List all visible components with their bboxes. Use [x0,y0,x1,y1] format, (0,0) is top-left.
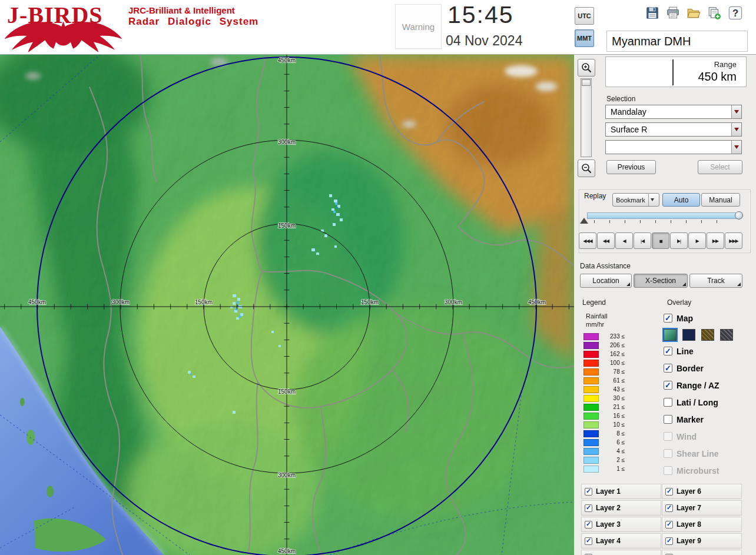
replay-slider[interactable] [587,211,741,225]
map-style-dark-blue[interactable] [682,329,695,341]
checkbox[interactable] [664,381,672,390]
legend-swatch [583,333,599,340]
legend-row: 21 ≤ [583,403,625,411]
checkbox[interactable] [664,347,672,355]
checkbox[interactable] [665,504,673,512]
zoom-slider[interactable] [581,78,592,157]
site-dropdown-button[interactable] [731,105,741,118]
slider-handle[interactable] [735,211,743,220]
layer-row[interactable]: Layer 6 [662,484,742,499]
legend-row: 6 ≤ [583,438,625,447]
transport-step-forward-button[interactable]: ▶| [670,232,688,249]
checkbox[interactable] [664,364,672,373]
slider-track[interactable] [587,212,741,219]
transport-step-back-button[interactable]: |◀ [634,232,651,249]
legend-row: 43 ≤ [583,385,625,394]
overlay-row-border[interactable]: Border [664,360,752,377]
overlay-row-lati-long[interactable]: Lati / Long [664,394,752,411]
svg-text:150km: 150km [361,299,379,305]
export-button[interactable] [705,4,724,22]
replay-manual-button[interactable]: Manual [701,193,740,207]
legend-value: 6 ≤ [599,439,625,446]
legend-swatch [583,351,599,358]
x-section-button-label: X-Section [645,277,676,285]
station-name: Myanmar DMH [606,31,748,52]
replay-auto-button[interactable]: Auto [662,193,700,207]
legend-row: 4 ≤ [583,447,625,456]
selection-label: Selection [606,95,635,103]
legend-value: 61 ≤ [599,377,625,384]
transport-play-back-button[interactable]: ◀ [615,232,633,249]
zoom-out-button[interactable] [578,159,595,177]
legend-row: 61 ≤ [583,376,625,385]
utc-button[interactable]: UTC [575,7,594,25]
checkbox[interactable] [585,521,592,529]
layer-row[interactable]: Layer 3 [581,517,661,532]
transport-play-button[interactable]: ▶ [688,232,706,249]
select-button[interactable]: Select [698,160,742,174]
transport-rewind-fast-button[interactable]: ◀◀◀ [579,232,596,249]
layer-row-partial[interactable] [662,550,742,555]
legend-label: Legend [582,298,606,307]
checkbox[interactable] [585,504,592,512]
layer-row[interactable]: Layer 7 [662,500,742,516]
zoom-in-button[interactable] [578,59,595,77]
checkbox[interactable] [664,415,672,424]
option-dropdown[interactable] [605,140,742,154]
warning-button[interactable]: Warning [395,4,442,49]
legend-value: 8 ≤ [599,430,625,437]
chevron-down-icon [734,110,739,114]
slider-position-marker[interactable] [580,218,588,224]
save-button[interactable] [643,4,662,22]
legend-value: 21 ≤ [599,404,625,410]
bookmark-button[interactable]: Bookmark [612,193,659,207]
overlay-row-marker[interactable]: Marker [664,411,752,428]
radar-map[interactable]: 450km 300km 150km 150km 300km 450km 450k… [0,55,574,555]
location-button[interactable]: Location [580,274,632,288]
x-section-button[interactable]: X-Section [634,274,688,288]
site-dropdown[interactable]: Mandalay [605,105,742,119]
transport-stop-button[interactable]: ■ [652,232,669,249]
svg-text:150km: 150km [278,222,296,229]
help-button[interactable]: ? [726,4,745,22]
previous-button[interactable]: Previous [606,160,656,174]
transport-forward-fast-button[interactable]: ▶▶▶ [725,232,742,249]
map-style-gray[interactable] [720,329,733,341]
checkbox[interactable] [664,314,672,323]
checkbox[interactable] [585,537,592,545]
logo-subtitle-1: JRC-Brilliant & Intelligent [128,5,235,15]
print-button[interactable] [664,4,682,22]
layer-label: Layer 8 [677,520,701,529]
transport-rewind-button[interactable]: ◀◀ [597,232,615,249]
map-style-terrain[interactable] [664,329,677,341]
product-dropdown[interactable]: Surface R [605,122,742,137]
bookmark-dropdown-arrow[interactable] [648,194,656,206]
layer-row[interactable]: Layer 4 [581,533,661,549]
map-style-olive[interactable] [701,329,714,341]
checkbox[interactable] [665,537,673,545]
layer-row[interactable]: Layer 2 [581,500,661,516]
overlay-row-line[interactable]: Line [664,343,752,360]
radar-map-canvas[interactable]: 450km 300km 150km 150km 300km 450km 450k… [0,55,574,555]
zoom-slider-thumb[interactable] [582,79,591,86]
legend-row: 100 ≤ [583,358,625,367]
transport-forward-button[interactable]: ▶▶ [707,232,724,249]
track-button[interactable]: Track [689,274,742,288]
checkbox[interactable] [665,488,673,496]
checkbox[interactable] [665,521,673,529]
legend-row: 206 ≤ [583,341,625,350]
layer-row-partial[interactable] [581,550,661,555]
layer-row[interactable]: Layer 8 [662,517,742,532]
checkbox[interactable] [585,488,592,496]
overlay-row-range-az[interactable]: Range / AZ [664,377,752,394]
open-file-button[interactable] [684,4,703,22]
layer-row[interactable]: Layer 1 [581,484,661,499]
layer-row[interactable]: Layer 9 [662,533,742,549]
legend-value: 16 ≤ [599,413,625,419]
help-icon: ? [728,5,743,21]
mmt-button[interactable]: MMT [575,29,594,47]
option-dropdown-button[interactable] [731,141,741,154]
product-dropdown-button[interactable] [731,123,741,136]
checkbox[interactable] [664,398,672,407]
overlay-row-map[interactable]: Map [664,310,752,327]
